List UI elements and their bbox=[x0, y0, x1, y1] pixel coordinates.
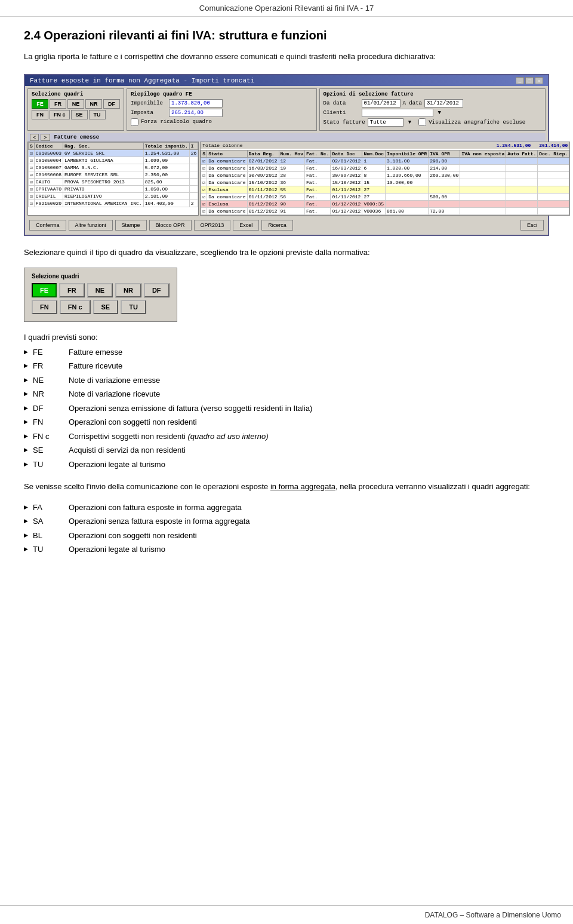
desc-fa: Operazioni con fattura esposte in forma … bbox=[69, 502, 549, 514]
table-row[interactable]: ☑ Da comunicare 30/09/2012 28 Fat. 30/09… bbox=[201, 171, 569, 179]
table-row[interactable]: ☑ CAUTO PROVA SPESOMETRO 2013 825,00 bbox=[29, 178, 198, 185]
minimize-button[interactable]: _ bbox=[516, 77, 524, 84]
list-item: FN Operazioni con soggetti non residenti bbox=[24, 416, 549, 428]
btn-fn[interactable]: FN bbox=[32, 110, 48, 119]
table-row[interactable]: ☑ C01050007 GAMMA S.N.C. 5.672,00 bbox=[29, 164, 198, 171]
sel-btn-fn[interactable]: FN bbox=[32, 300, 57, 314]
btn-fnc[interactable]: FN c bbox=[50, 110, 70, 119]
sel-btn-nr[interactable]: NR bbox=[115, 283, 141, 297]
cell-i bbox=[189, 164, 198, 171]
btn-nr[interactable]: NR bbox=[85, 99, 102, 109]
code-fr: FR bbox=[33, 360, 69, 372]
table-row[interactable]: ☑ Da comunicare 16/03/2012 19 Fat. 16/03… bbox=[201, 164, 569, 171]
sel-btn-fe[interactable]: FE bbox=[32, 283, 57, 297]
quadri-buttons: FE FR NE NR DF FN FN c SE TU bbox=[32, 99, 120, 119]
table-row[interactable]: ☑ Esclusa 01/12/2012 90 Fat. 01/12/2012 … bbox=[201, 200, 569, 207]
rcol-num-mov: Num. Mov bbox=[279, 150, 304, 157]
table-row[interactable]: ☑ CRIEPIL RIEPILOGATIVO 2.101,00 bbox=[29, 192, 198, 199]
ricerca-button[interactable]: Ricerca bbox=[261, 220, 293, 231]
forza-checkbox[interactable] bbox=[131, 118, 138, 126]
sel-btn-fr[interactable]: FR bbox=[59, 283, 85, 297]
cell-s: ☑ bbox=[29, 156, 35, 164]
rcol-doc: Doc. Riep. bbox=[538, 150, 569, 157]
bottom-buttons: Conferma Altre funzioni Stampe Blocco OP… bbox=[27, 218, 546, 232]
table-row[interactable]: ☑ C01050003 GV SERVICE SRL 1.254.531,00 … bbox=[29, 149, 198, 156]
table-row[interactable]: ☑ C01050004 LAMBERTI GIULIANA 1.099,00 bbox=[29, 156, 198, 164]
clienti-label: Clienti bbox=[324, 110, 359, 116]
table-row[interactable]: ☑ C01050008 EUROPE SERVICES SRL 2.350,00 bbox=[29, 171, 198, 178]
cell-i: 26 bbox=[189, 149, 198, 156]
cell-s: ☑ bbox=[29, 149, 35, 156]
visualizza-checkbox[interactable] bbox=[418, 118, 426, 126]
imponibile-row: Imponibile 1.373.820,00 bbox=[131, 99, 313, 108]
riepilogo-panel: Riepilogo quadro FE Imponibile 1.373.820… bbox=[127, 88, 317, 131]
maximize-button[interactable]: □ bbox=[525, 77, 534, 84]
opr2013-button[interactable]: OPR2013 bbox=[194, 220, 231, 231]
table-row[interactable]: ☑ Esclusa 01/11/2012 55 Fat. 01/11/2012 … bbox=[201, 186, 569, 193]
table-row[interactable]: ☑ Da comunicare 15/10/2012 36 Fat. 15/10… bbox=[201, 179, 569, 186]
table-row[interactable]: ☑ CPRIVAATO PRIVATO 1.050,00 bbox=[29, 185, 198, 192]
sel-btn-df[interactable]: DF bbox=[144, 283, 170, 297]
cell-i bbox=[189, 171, 198, 178]
footer-text: DATALOG – Software a Dimensione Uomo bbox=[425, 911, 561, 919]
cell-codice: C01050007 bbox=[34, 164, 63, 171]
code-fnc: FN c bbox=[33, 431, 69, 443]
cell-rag-soc: EUROPE SERVICES SRL bbox=[63, 171, 144, 178]
cell-i bbox=[189, 185, 198, 192]
list-item: TU Operazioni legate al turismo bbox=[24, 544, 549, 555]
stampe-button[interactable]: Stampe bbox=[115, 220, 147, 231]
table-row[interactable]: ☑ Da comunicare 01/12/2012 91 Fat. 01/12… bbox=[201, 207, 569, 214]
selezione-box-title: Selezione quadri bbox=[32, 273, 170, 280]
esci-button[interactable]: Esci bbox=[520, 220, 544, 231]
altre-funzioni-button[interactable]: Altre funzioni bbox=[69, 220, 113, 231]
col-rag-soc: Rag. Soc. bbox=[63, 142, 144, 149]
table-row[interactable]: ☑ Da comunicare 02/01/2012 12 Fat. 02/01… bbox=[201, 157, 569, 164]
list-item: FE Fatture emesse bbox=[24, 346, 549, 358]
desc-fn: Operazioni con soggetti non residenti bbox=[69, 416, 549, 428]
selezione-quadri-label: Selezione quadri bbox=[32, 91, 120, 97]
da-data-label: Da data bbox=[324, 100, 359, 106]
close-button[interactable]: × bbox=[535, 77, 543, 84]
header-title: Comunicazione Operazioni Rilevanti ai fi… bbox=[199, 4, 374, 13]
table-row[interactable]: ☑ F02150020 INTERNATIONAL AMERICAN INC. … bbox=[29, 199, 198, 207]
table-row[interactable]: ☑ Da comunicare 01/11/2012 56 Fat. 01/11… bbox=[201, 193, 569, 200]
btn-se[interactable]: SE bbox=[71, 110, 88, 119]
totale-val1: 1.254.531,00 bbox=[497, 143, 531, 148]
desc-tu: Operazioni legate al turismo bbox=[69, 459, 549, 471]
confirma-button[interactable]: Conferma bbox=[29, 220, 66, 231]
cell-totale: 1.050,00 bbox=[143, 185, 189, 192]
list-item: FA Operazioni con fattura esposte in for… bbox=[24, 502, 549, 514]
clienti-row: Clienti ▼ bbox=[324, 109, 541, 117]
nav-next[interactable]: > bbox=[41, 134, 50, 141]
code-fa: FA bbox=[33, 502, 69, 514]
blocco-opr-button[interactable]: Blocco OPR bbox=[149, 220, 192, 231]
list-item: FR Fatture ricevute bbox=[24, 360, 549, 372]
sel-btn-row-1: FE FR NE NR DF bbox=[32, 283, 170, 297]
col-totale: Totale imponib. bbox=[143, 142, 189, 149]
btn-fr[interactable]: FR bbox=[50, 99, 66, 109]
opzioni-label: Opzioni di selezione fatture bbox=[324, 91, 541, 97]
cell-i bbox=[189, 178, 198, 185]
stato-value: Tutte bbox=[368, 118, 403, 127]
fatture-title: Fatture emesse bbox=[54, 134, 100, 140]
desc-se: Acquisti di servizi da non residenti bbox=[69, 444, 549, 456]
cell-codice: F02150020 bbox=[34, 199, 63, 207]
cell-codice: CPRIVAATO bbox=[34, 185, 63, 192]
btn-tu[interactable]: TU bbox=[89, 110, 106, 119]
btn-ne[interactable]: NE bbox=[67, 99, 84, 109]
window-controls: _ □ × bbox=[516, 77, 543, 84]
excel-button[interactable]: Excel bbox=[233, 220, 259, 231]
sel-btn-se[interactable]: SE bbox=[93, 300, 119, 314]
window-body: Selezione quadri FE FR NE NR DF FN FN c bbox=[25, 86, 548, 235]
cell-totale: 2.350,00 bbox=[143, 171, 189, 178]
btn-fe[interactable]: FE bbox=[32, 99, 48, 109]
nav-prev[interactable]: < bbox=[30, 134, 39, 141]
cell-s: ☑ bbox=[29, 164, 35, 171]
sel-btn-fnc[interactable]: FN c bbox=[60, 300, 91, 314]
imposta-row: Imposta 265.214,00 bbox=[131, 109, 313, 117]
sel-btn-tu[interactable]: TU bbox=[121, 300, 146, 314]
btn-df[interactable]: DF bbox=[103, 99, 120, 109]
sel-btn-ne[interactable]: NE bbox=[87, 283, 113, 297]
visualizza-label: Visualizza anagrafiche escluse bbox=[429, 119, 525, 125]
list-item: SE Acquisti di servizi da non residenti bbox=[24, 444, 549, 456]
